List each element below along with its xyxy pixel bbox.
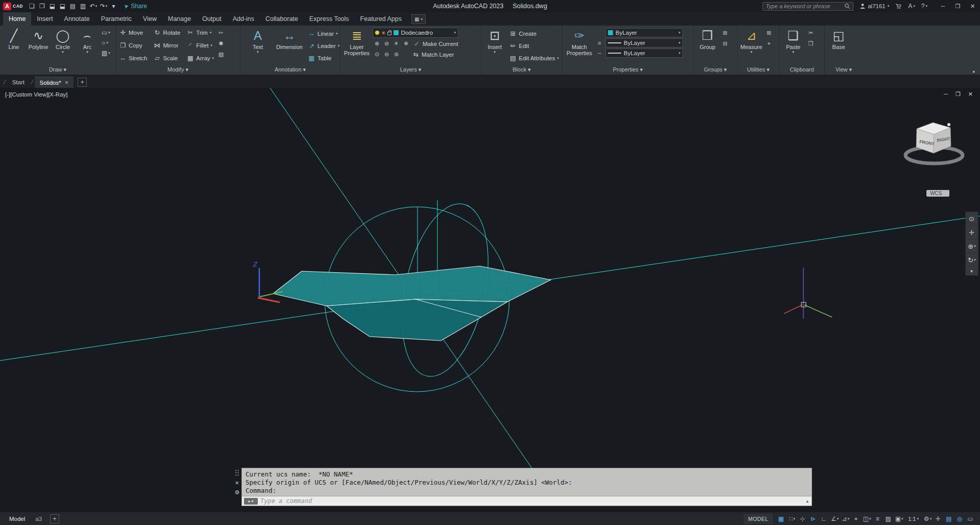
nav-tool-icon[interactable]: ⊙ (966, 212, 978, 226)
ribbon-button[interactable]: ✂ Trim ▾ (185, 28, 215, 37)
object-color-select[interactable]: ByLayer ▾ (605, 28, 683, 37)
wcs-menu[interactable]: WCS ▾ (926, 190, 949, 197)
panel-label-view[interactable]: View ▾ (825, 66, 863, 75)
new-layout-button[interactable]: + (50, 514, 59, 523)
ribbon-tab[interactable]: Add-ins (227, 12, 260, 26)
autocad-logo[interactable]: A CAD (3, 3, 23, 10)
status-toggle-icon[interactable]: ∟ (819, 514, 829, 524)
linetype-select[interactable]: ByLayer ▾ (605, 49, 683, 58)
panel-label-groups[interactable]: Groups ▾ (694, 66, 737, 75)
nav-tool-icon[interactable]: ✛ (966, 226, 978, 240)
quick-access-icon[interactable]: ▾ (109, 0, 119, 12)
ribbon-small-button[interactable]: ▨▾ (101, 49, 111, 57)
utility-tool-icon[interactable]: ⊞ (765, 29, 773, 37)
paste-button[interactable]: ❑ Paste ▾ (781, 27, 805, 66)
insert-block-button[interactable]: ⊡ Insert ▾ (483, 27, 507, 66)
share-button[interactable]: ➤ Share (124, 3, 147, 10)
viewport-close-icon[interactable]: ✕ (968, 91, 973, 98)
ribbon-button[interactable]: ◯ Circle ▾ (51, 27, 75, 66)
status-toggle-icon[interactable]: ▨ (883, 514, 894, 524)
match-layer-button[interactable]: ⇆ Match Layer (410, 50, 455, 59)
maximize-button[interactable]: ❐ (950, 0, 965, 12)
viewport-minimize-icon[interactable]: ─ (944, 91, 948, 98)
model-tab[interactable]: Model (4, 512, 30, 525)
group-button[interactable]: ❒ Group (695, 27, 720, 66)
ribbon-button[interactable]: ⌢ Arc ▾ (75, 27, 100, 66)
status-toggle-icon[interactable]: ◫▾ (862, 514, 872, 524)
layer-tool-icon[interactable]: ⊖ (382, 51, 391, 59)
ribbon-button[interactable]: ✏ Edit (508, 41, 560, 51)
ribbon-tab[interactable]: Insert (31, 12, 58, 26)
layout-tab-a3[interactable]: a3 (30, 512, 47, 525)
ribbon-small-button[interactable]: ▭▾ (101, 29, 111, 36)
ribbon-button[interactable]: ❐ Copy (117, 40, 151, 50)
utility-tool-icon[interactable]: ⌖ (765, 39, 773, 47)
status-toggle-icon[interactable]: ≡ (872, 514, 883, 524)
command-prompt-icon[interactable]: ▸▾ (244, 498, 258, 505)
ribbon-button[interactable]: ↗ Leader ▾ (306, 41, 341, 51)
minimize-button[interactable]: ─ (936, 0, 950, 12)
quick-access-icon[interactable]: ▤ (68, 0, 78, 12)
ribbon-button[interactable]: ⋈ Mirror (152, 40, 184, 50)
quick-access-icon[interactable]: ⬓ (47, 0, 58, 12)
ribbon-tab[interactable]: Manage (162, 12, 197, 26)
ribbon-tab[interactable]: Output (197, 12, 227, 26)
ribbon-button[interactable]: ▱ Scale (152, 53, 184, 63)
close-button[interactable]: ✕ (965, 0, 980, 12)
layer-properties-button[interactable]: ≣ Layer Properties (342, 27, 372, 66)
ribbon-tab[interactable]: View (137, 12, 162, 26)
lineweight-list-icon[interactable]: ≡ (596, 40, 603, 46)
match-properties-button[interactable]: ✑ Match Properties (564, 27, 595, 66)
clipboard-tool-icon[interactable]: ❐ (806, 39, 815, 47)
space-toggle[interactable]: MODEL (744, 514, 773, 524)
layer-tool-icon[interactable]: ⊜ (392, 51, 401, 59)
new-drawing-button[interactable]: + (78, 78, 87, 87)
viewport-controls-label[interactable]: [-][Custom View][X-Ray] (5, 91, 68, 98)
viewport-restore-icon[interactable]: ❐ (955, 91, 961, 98)
status-toggle-icon[interactable]: ▦ (776, 514, 787, 524)
ribbon-tab[interactable]: Parametric (95, 12, 137, 26)
ribbon-tab[interactable]: Featured Apps (355, 12, 407, 26)
make-current-button[interactable]: ✓ Make Current (411, 39, 460, 49)
modify-tool-icon[interactable]: ▧ (216, 50, 225, 58)
status-toggle-icon[interactable]: ⊿▾ (840, 514, 851, 524)
quick-access-icon[interactable]: ⬓ (58, 0, 68, 12)
status-toggle-icon[interactable]: ∷▾ (787, 514, 797, 524)
modify-tool-icon[interactable]: ✱ (216, 39, 225, 47)
panel-label-layers[interactable]: Layers ▾ (340, 66, 481, 75)
panel-label-draw[interactable]: Draw ▾ (0, 66, 115, 75)
status-toggle-icon[interactable]: ⌖ (851, 514, 862, 524)
command-input[interactable] (260, 497, 803, 505)
panel-label-clipboard[interactable]: Clipboard (779, 66, 824, 75)
panel-label-modify[interactable]: Modify ▾ (116, 66, 240, 75)
ribbon-button[interactable]: ∿ Polyline (26, 27, 51, 66)
workspace-dropdown[interactable]: ▦ ▾ (411, 14, 426, 24)
file-tab-start[interactable]: Start (7, 77, 30, 88)
group-tool-icon[interactable]: ⊞ (721, 29, 729, 37)
clipboard-tool-icon[interactable]: ✂ (806, 29, 815, 37)
ribbon-button[interactable]: ↔ Dimension (274, 27, 305, 66)
lineweight-select[interactable]: ByLayer ▾ (605, 38, 683, 47)
panel-label-block[interactable]: Block ▾ (481, 66, 562, 75)
close-tab-icon[interactable]: ✕ (65, 80, 69, 85)
status-toggle-icon[interactable]: ▭ (965, 514, 976, 524)
quick-access-icon[interactable]: ❐ (37, 0, 47, 12)
layer-tool-icon[interactable]: ❄ (402, 40, 410, 48)
ribbon-button[interactable]: ✛ Move (117, 28, 151, 37)
model-viewport[interactable]: [-][Custom View][X-Ray] ─ ❐ ✕ Z (0, 88, 980, 512)
status-toggle-icon[interactable]: ◎ (954, 514, 965, 524)
group-tool-icon[interactable]: ⊟ (721, 39, 729, 47)
quick-access-icon[interactable]: ↶▾ (88, 0, 99, 12)
status-toggle-icon[interactable]: ⊹ (797, 514, 808, 524)
modify-tool-icon[interactable]: ✏ (216, 29, 225, 37)
ribbon-tab[interactable]: Home (3, 12, 31, 26)
ribbon-button[interactable]: ↔ Linear ▾ (306, 29, 341, 38)
base-view-button[interactable]: ◱ Base (826, 27, 851, 66)
annotation-scale-select[interactable]: 1:1 ▾ (905, 516, 922, 522)
customize-icon[interactable]: ⚙ (235, 489, 240, 496)
scroll-up-icon[interactable]: ▴ (806, 498, 810, 504)
nav-tool-icon[interactable]: ▾ (966, 267, 978, 275)
ribbon-button[interactable]: ▤ Edit Attributes ▾ (508, 53, 560, 63)
nav-tool-icon[interactable]: ⊕▾ (966, 240, 978, 253)
panel-label-annotation[interactable]: Annotation ▾ (240, 66, 340, 75)
